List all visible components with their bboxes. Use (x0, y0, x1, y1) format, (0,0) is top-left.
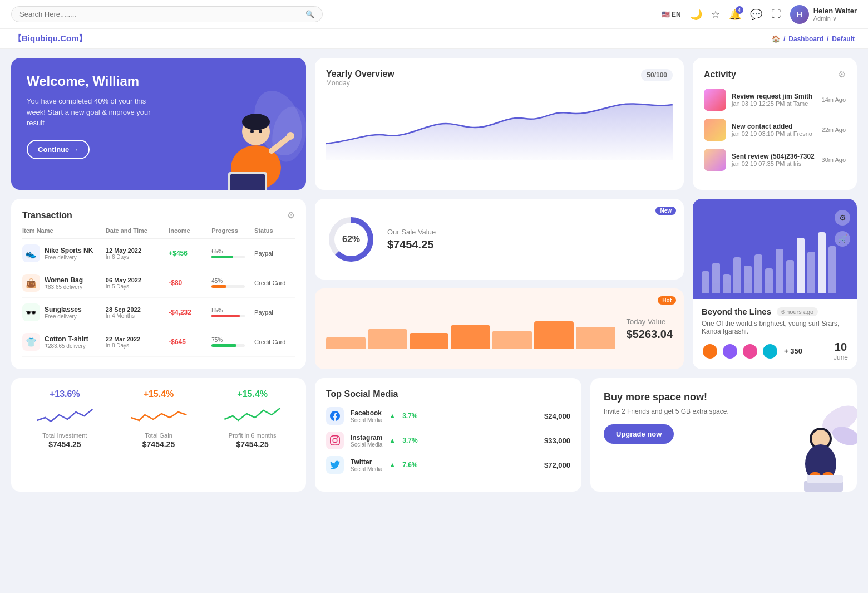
activity-title-2: New contact added (732, 122, 816, 130)
svg-rect-8 (230, 174, 265, 190)
tx-name-2: Women Bag (45, 276, 83, 284)
tx-item-info-2: 👜 Women Bag ₹83.65 delivery (22, 274, 103, 292)
beyond-card: ⚙ 🛒 Beyond the Lines 6 hours ago One Of … (693, 199, 857, 369)
activity-subtitle-2: jan 02 19 03:10 PM at Fresno (732, 130, 816, 137)
tx-sub-3: Free delivery (45, 313, 82, 320)
fb-name: Facebook (351, 409, 382, 417)
tx-name-1: Nike Sports NK (45, 247, 93, 254)
row-2: Transaction ⚙ Item Name Date and Time In… (11, 199, 857, 369)
tx-date-2: 06 May 2022 (106, 277, 166, 283)
stats-mini-card: +13.6% Total Investment $7454.25 +15.4% … (11, 378, 306, 492)
tx-sub-1: Free delivery (45, 254, 93, 261)
search-bar[interactable]: 🔍 (11, 6, 323, 22)
notification-icon[interactable]: 🔔4 (729, 8, 741, 21)
today-info: Today Value $5263.04 (627, 317, 673, 341)
sparkline-2 (116, 404, 201, 426)
continue-button[interactable]: Continue → (27, 140, 90, 159)
tw-sub: Social Media (351, 466, 382, 472)
social-title: Top Social Media (326, 389, 570, 399)
home-icon[interactable]: 🏠 (772, 35, 780, 43)
stat-label-1: Total Investment (22, 432, 107, 439)
stat-value-2: $7454.25 (116, 440, 201, 449)
stat-label-2: Total Gain (116, 432, 201, 439)
table-row: 👟 Nike Sports NK Free delivery 12 May 20… (22, 239, 295, 268)
fullscreen-icon[interactable]: ⛶ (771, 8, 781, 20)
transaction-card: Transaction ⚙ Item Name Date and Time In… (11, 199, 306, 369)
tx-icon-4: 👕 (22, 333, 40, 351)
favorites-icon[interactable]: ☆ (711, 8, 720, 21)
activity-time-2: 22m Ago (822, 126, 846, 133)
search-input[interactable] (19, 10, 301, 18)
transaction-title: Transaction (22, 210, 72, 220)
tx-item-info-1: 👟 Nike Sports NK Free delivery (22, 244, 103, 262)
breadcrumb-bar: 【Biqubiqu.Com】 🏠 / Dashboard / Default (0, 29, 868, 49)
breadcrumb-dashboard[interactable]: Dashboard (788, 35, 823, 43)
ig-name: Instagram (351, 434, 382, 442)
fb-sub: Social Media (351, 417, 382, 423)
instagram-icon (326, 432, 344, 449)
social-row-facebook: Facebook Social Media ▲ 3.7% $24,000 (326, 407, 570, 425)
stat-value-3: $7454.25 (210, 440, 295, 449)
user-role: Admin ∨ (813, 15, 857, 22)
tx-icon-1: 👟 (22, 244, 40, 262)
user-profile[interactable]: H Helen Walter Admin ∨ (790, 5, 857, 24)
fb-pct: 3.7% (402, 412, 417, 420)
tx-name-4: Cotton T-shirt (45, 335, 88, 343)
notification-badge: 4 (736, 6, 743, 14)
table-row: 👕 Cotton T-shirt ₹283.65 delivery 22 Mar… (22, 327, 295, 357)
svg-rect-21 (807, 475, 843, 483)
language-selector[interactable]: 🇺🇸 EN (662, 11, 681, 18)
buy-title: Buy more space now! (604, 391, 844, 403)
avatar: H (790, 5, 809, 24)
breadcrumb-default[interactable]: Default (832, 35, 855, 43)
row-3: +13.6% Total Investment $7454.25 +15.4% … (11, 378, 857, 492)
sale-label: Our Sale Value (387, 228, 436, 236)
today-value: $5263.04 (627, 328, 673, 341)
activity-header: Activity ⚙ (704, 69, 846, 80)
ig-pct: 3.7% (402, 437, 417, 444)
svg-point-5 (250, 130, 254, 133)
tx-progress-3: 85% (211, 307, 245, 317)
beyond-cart-icon[interactable]: 🛒 (835, 231, 850, 247)
message-icon[interactable]: 💬 (750, 8, 762, 21)
ig-sub: Social Media (351, 442, 382, 448)
tx-status-1: Paypal (254, 250, 295, 257)
transaction-settings-icon[interactable]: ⚙ (287, 210, 295, 220)
sale-value: $7454.25 (387, 238, 436, 251)
fb-arrow: ▲ (389, 412, 396, 420)
hot-badge: Hot (658, 296, 676, 305)
today-value-card: Hot Today Value $5263.04 (315, 288, 684, 369)
welcome-card: Welcome, William You have completed 40% … (11, 58, 306, 190)
row-1: Welcome, William You have completed 40% … (11, 58, 857, 190)
beyond-date: 10 June (834, 341, 848, 361)
col-progress: Progress (211, 227, 252, 234)
yearly-chart (326, 94, 673, 160)
beyond-avatars: + 350 10 June (702, 341, 848, 361)
yearly-title: Yearly Overview (326, 69, 394, 79)
main-content: Welcome, William You have completed 40% … (0, 49, 868, 501)
welcome-illustration (172, 58, 306, 190)
beyond-settings-icon[interactable]: ⚙ (835, 210, 850, 226)
tx-date-4: 22 Mar 2022 (106, 336, 166, 342)
beyond-chart: ⚙ 🛒 (693, 199, 857, 299)
social-row-twitter: Twitter Social Media ▲ 7.6% $72,000 (326, 456, 570, 474)
sales-column: New 62% Our Sale Value $7454.25 Hot (315, 199, 684, 369)
yearly-overview-card: Yearly Overview Monday 50/100 (315, 58, 684, 190)
stat-profit: +15.4% Profit in 6 months $7454.25 (210, 389, 295, 481)
upgrade-button[interactable]: Upgrade now (604, 424, 674, 444)
activity-info-2: New contact added jan 02 19 03:10 PM at … (732, 122, 816, 137)
activity-item-1: Review request jim Smith jan 03 19 12:25… (704, 89, 846, 111)
col-status: Status (254, 227, 295, 234)
col-date: Date and Time (106, 227, 166, 234)
fb-amount: $24,000 (544, 412, 570, 420)
table-row: 👜 Women Bag ₹83.65 delivery 06 May 2022 … (22, 268, 295, 298)
tw-name: Twitter (351, 458, 382, 466)
beyond-date-month: June (834, 354, 848, 361)
donut-percent: 62% (342, 234, 360, 244)
stat-investment: +13.6% Total Investment $7454.25 (22, 389, 107, 481)
stat-pct-2: +15.4% (116, 389, 201, 399)
col-income: Income (169, 227, 209, 234)
activity-settings-icon[interactable]: ⚙ (838, 69, 846, 80)
theme-toggle[interactable]: 🌙 (690, 8, 702, 21)
tx-name-3: Sunglasses (45, 306, 82, 313)
